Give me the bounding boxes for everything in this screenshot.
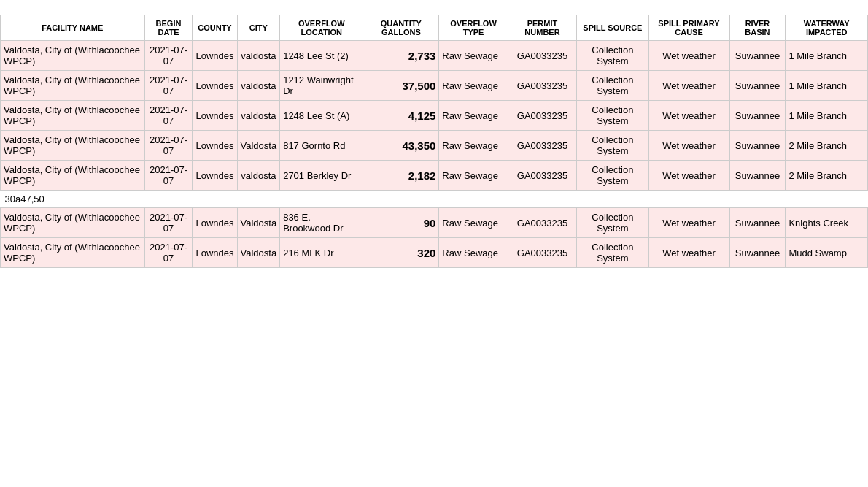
table-cell: 2021-07-07 xyxy=(144,161,193,191)
table-cell: valdosta xyxy=(237,71,280,101)
table-cell: 1248 Lee St (2) xyxy=(280,41,363,71)
table-cell: Raw Sewage xyxy=(439,161,508,191)
column-header: RIVER BASIN xyxy=(729,15,786,41)
table-cell: 37,500 xyxy=(363,71,439,101)
table-header: FACILITY NAMEBEGIN DATECOUNTYCITYOVERFLO… xyxy=(1,15,868,41)
table-cell: Collection System xyxy=(577,71,648,101)
table-cell: 2 Mile Branch xyxy=(786,161,868,191)
table-cell: Suwannee xyxy=(729,208,786,238)
table-cell: Collection System xyxy=(577,41,648,71)
table-cell: Raw Sewage xyxy=(439,41,508,71)
table-cell: 2021-07-07 xyxy=(144,131,193,161)
table-row: Valdosta, City of (Withlacoochee WPCP)20… xyxy=(1,161,868,191)
table-cell: 216 MLK Dr xyxy=(280,238,363,268)
table-cell: Valdosta, City of (Withlacoochee WPCP) xyxy=(1,238,145,268)
table-cell: 43,350 xyxy=(363,131,439,161)
note-cell: 30a47,50 xyxy=(1,191,868,208)
table-cell: 2021-07-07 xyxy=(144,41,193,71)
table-cell: Raw Sewage xyxy=(439,208,508,238)
header-row: FACILITY NAMEBEGIN DATECOUNTYCITYOVERFLO… xyxy=(1,15,868,41)
table-cell: Lowndes xyxy=(193,71,237,101)
table-cell: Raw Sewage xyxy=(439,71,508,101)
spills-table: FACILITY NAMEBEGIN DATECOUNTYCITYOVERFLO… xyxy=(0,15,868,268)
column-header: SPILL SOURCE xyxy=(577,15,648,41)
table-row: Valdosta, City of (Withlacoochee WPCP)20… xyxy=(1,71,868,101)
table-cell: GA0033235 xyxy=(508,161,577,191)
column-header: PERMIT NUMBER xyxy=(508,15,577,41)
table-cell: Valdosta, City of (Withlacoochee WPCP) xyxy=(1,101,145,131)
table-cell: 1212 Wainwright Dr xyxy=(280,71,363,101)
table-cell: GA0033235 xyxy=(508,101,577,131)
page-header xyxy=(0,0,868,12)
table-cell: Suwannee xyxy=(729,238,786,268)
table-cell: Valdosta, City of (Withlacoochee WPCP) xyxy=(1,41,145,71)
table-cell: 320 xyxy=(363,238,439,268)
table-cell: 2021-07-07 xyxy=(144,101,193,131)
table-cell: Raw Sewage xyxy=(439,101,508,131)
table-row: Valdosta, City of (Withlacoochee WPCP)20… xyxy=(1,208,868,238)
table-cell: Wet weather xyxy=(648,101,729,131)
table-cell: Suwannee xyxy=(729,41,786,71)
table-cell: 1 Mile Branch xyxy=(786,41,868,71)
table-cell: Raw Sewage xyxy=(439,131,508,161)
table-cell: Knights Creek xyxy=(786,208,868,238)
table-cell: Collection System xyxy=(577,238,648,268)
table-cell: 2701 Berkley Dr xyxy=(280,161,363,191)
column-header: COUNTY xyxy=(193,15,237,41)
column-header: QUANTITY GALLONS xyxy=(363,15,439,41)
column-header: WATERWAY IMPACTED xyxy=(786,15,868,41)
column-header: SPILL PRIMARY CAUSE xyxy=(648,15,729,41)
table-cell: Lowndes xyxy=(193,238,237,268)
table-row: Valdosta, City of (Withlacoochee WPCP)20… xyxy=(1,131,868,161)
table-cell: Suwannee xyxy=(729,161,786,191)
table-cell: 836 E. Brookwood Dr xyxy=(280,208,363,238)
note-row: 30a47,50 xyxy=(1,191,868,208)
table-cell: Lowndes xyxy=(193,131,237,161)
table-cell: Valdosta, City of (Withlacoochee WPCP) xyxy=(1,131,145,161)
column-header: BEGIN DATE xyxy=(144,15,193,41)
table-cell: Valdosta xyxy=(237,238,280,268)
table-cell: Valdosta, City of (Withlacoochee WPCP) xyxy=(1,71,145,101)
table-cell: 4,125 xyxy=(363,101,439,131)
table-cell: 90 xyxy=(363,208,439,238)
table-row: Valdosta, City of (Withlacoochee WPCP)20… xyxy=(1,101,868,131)
table-cell: 2021-07-07 xyxy=(144,238,193,268)
table-cell: 2021-07-07 xyxy=(144,208,193,238)
table-cell: Wet weather xyxy=(648,41,729,71)
table-cell: valdosta xyxy=(237,41,280,71)
table-cell: 817 Gornto Rd xyxy=(280,131,363,161)
table-cell: Wet weather xyxy=(648,208,729,238)
table-body: Valdosta, City of (Withlacoochee WPCP)20… xyxy=(1,41,868,268)
column-header: OVERFLOW TYPE xyxy=(439,15,508,41)
table-cell: Suwannee xyxy=(729,131,786,161)
table-cell: Wet weather xyxy=(648,161,729,191)
table-cell: 1248 Lee St (A) xyxy=(280,101,363,131)
table-cell: 1 Mile Branch xyxy=(786,71,868,101)
table-cell: Collection System xyxy=(577,161,648,191)
table-cell: 2,733 xyxy=(363,41,439,71)
table-row: Valdosta, City of (Withlacoochee WPCP)20… xyxy=(1,41,868,71)
column-header: CITY xyxy=(237,15,280,41)
table-cell: Suwannee xyxy=(729,71,786,101)
table-cell: GA0033235 xyxy=(508,41,577,71)
table-cell: Lowndes xyxy=(193,41,237,71)
table-cell: GA0033235 xyxy=(508,131,577,161)
table-cell: 1 Mile Branch xyxy=(786,101,868,131)
table-cell: Wet weather xyxy=(648,238,729,268)
table-cell: 2 Mile Branch xyxy=(786,131,868,161)
table-cell: 2021-07-07 xyxy=(144,71,193,101)
table-cell: Lowndes xyxy=(193,101,237,131)
table-cell: Wet weather xyxy=(648,71,729,101)
table-row: Valdosta, City of (Withlacoochee WPCP)20… xyxy=(1,238,868,268)
table-cell: Mudd Swamp xyxy=(786,238,868,268)
table-cell: GA0033235 xyxy=(508,208,577,238)
table-cell: Valdosta, City of (Withlacoochee WPCP) xyxy=(1,161,145,191)
table-cell: valdosta xyxy=(237,161,280,191)
table-cell: valdosta xyxy=(237,101,280,131)
table-cell: Collection System xyxy=(577,131,648,161)
table-cell: Valdosta, City of (Withlacoochee WPCP) xyxy=(1,208,145,238)
table-cell: Raw Sewage xyxy=(439,238,508,268)
table-cell: Collection System xyxy=(577,101,648,131)
column-header: OVERFLOW LOCATION xyxy=(280,15,363,41)
table-cell: Lowndes xyxy=(193,161,237,191)
